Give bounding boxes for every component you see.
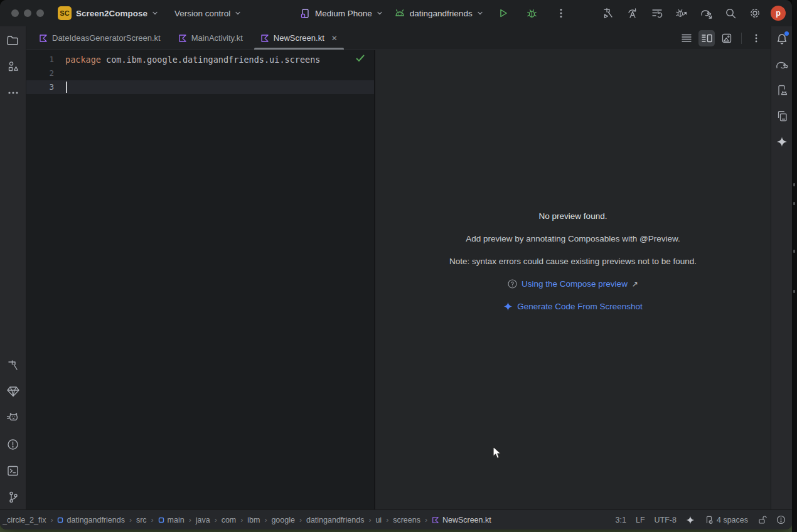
status-problems-icon[interactable] (776, 515, 786, 524)
search-everywhere-icon[interactable] (722, 4, 739, 22)
chevron-down-icon (235, 10, 241, 16)
breadcrumb-item[interactable]: datingandfriends (306, 516, 364, 524)
tab-label: NewScreen.kt (274, 33, 324, 43)
more-actions-button[interactable] (552, 4, 570, 22)
breadcrumb-item[interactable]: screens (393, 516, 420, 524)
chevron-down-icon (377, 10, 383, 16)
module-icon (57, 517, 63, 523)
breadcrumb-item[interactable]: main (158, 516, 185, 524)
breadcrumb-separator: › (129, 516, 132, 524)
tab-mainactivity[interactable]: MainActivity.kt (169, 26, 252, 50)
add-preview-hint: Add preview by annotating Composables wi… (466, 234, 680, 243)
run-button[interactable] (495, 4, 512, 22)
problems-icon[interactable] (6, 437, 21, 452)
editor-options-icon[interactable] (748, 30, 764, 46)
version-control-label: Version control (174, 9, 230, 18)
compose-preview-help-link[interactable]: Using the Compose preview ↗ (508, 279, 638, 289)
left-toolwindow-stripe (0, 26, 26, 509)
project-badge: SC (58, 6, 72, 20)
inspections-ok-icon[interactable] (355, 54, 365, 63)
gradle-sync-icon[interactable] (697, 4, 715, 22)
background-window-speck (793, 202, 795, 205)
git-version-control-icon[interactable] (6, 489, 21, 504)
breadcrumb-item[interactable]: com (222, 516, 237, 524)
device-manager-icon[interactable] (774, 109, 789, 124)
breadcrumb-separator: › (425, 516, 427, 524)
running-devices-icon[interactable] (774, 83, 789, 98)
tab-label: DateIdeasGeneratorScreen.kt (52, 33, 161, 43)
tab-label: MainActivity.kt (191, 33, 243, 43)
gemini-sparkle-icon[interactable] (774, 134, 789, 149)
more-tool-windows-icon[interactable] (6, 85, 21, 100)
run-configuration-selector[interactable]: datingandfriends (394, 9, 483, 18)
editor-tab-bar: DateIdeasGeneratorScreen.kt MainActivity… (26, 26, 771, 50)
debug-button[interactable] (523, 4, 541, 22)
project-widget[interactable]: SC Screen2Compose (58, 6, 158, 20)
terminal-icon[interactable] (6, 463, 21, 478)
kotlin-file-icon (260, 34, 269, 43)
macos-traffic-lights[interactable] (11, 9, 44, 17)
build-hammer-icon[interactable] (6, 358, 21, 373)
breadcrumb-separator: › (240, 516, 243, 524)
tab-dateideasgeneratorscreen[interactable]: DateIdeasGeneratorScreen.kt (30, 26, 169, 50)
gemini-sparkle-icon[interactable] (686, 516, 695, 524)
structure-icon[interactable] (6, 59, 21, 74)
gemini-sparkle-icon (503, 302, 513, 311)
mouse-cursor (493, 446, 503, 460)
close-tab-icon[interactable]: ✕ (331, 34, 338, 43)
chevron-down-icon (152, 10, 158, 16)
divider (741, 33, 742, 44)
line-ending[interactable]: LF (636, 516, 645, 524)
zoom-window-button[interactable] (36, 9, 44, 17)
package-path: com.ibm.google.datingandfriends.ui.scree… (101, 55, 321, 65)
breadcrumb-item[interactable]: datingandfriends (57, 516, 124, 524)
profiler-icon[interactable] (648, 4, 666, 22)
help-link-label: Using the Compose preview (522, 279, 628, 289)
breadcrumb-separator: › (215, 516, 217, 524)
compose-preview-panel: No preview found. Add preview by annotat… (375, 50, 771, 509)
split-view-icon[interactable] (698, 30, 715, 46)
line-number: 2 (26, 66, 65, 80)
project-folder-icon[interactable] (6, 33, 21, 48)
design-view-icon[interactable] (719, 30, 735, 46)
code-editor[interactable]: 1 package com.ibm.google.datingandfriend… (26, 50, 375, 509)
file-unlocked-icon[interactable] (757, 515, 767, 524)
module-icon (158, 517, 164, 523)
desktop-edge-strip (792, 0, 797, 532)
minimize-window-button[interactable] (24, 9, 31, 17)
app-quality-insights-gem-icon[interactable] (6, 384, 21, 399)
file-encoding[interactable]: UTF-8 (655, 516, 677, 524)
help-circle-icon (508, 279, 517, 289)
user-avatar[interactable]: p (771, 6, 786, 21)
breadcrumb-item[interactable]: ibm (247, 516, 260, 524)
logcat-cat-icon[interactable] (6, 410, 21, 425)
code-view-icon[interactable] (678, 30, 695, 46)
status-bar: _circle_2_fix › datingandfriends › src ›… (0, 509, 792, 529)
version-control-widget[interactable]: Version control (174, 9, 241, 18)
close-window-button[interactable] (11, 9, 19, 17)
breadcrumb: _circle_2_fix › datingandfriends › src ›… (3, 516, 608, 524)
caret-position[interactable]: 3:1 (616, 516, 626, 524)
keyword-package: package (65, 55, 101, 65)
code-line-1[interactable]: 1 package com.ibm.google.datingandfriend… (26, 53, 374, 66)
gradle-elephant-icon[interactable] (774, 57, 789, 72)
breadcrumb-item[interactable]: java (196, 516, 210, 524)
device-selector[interactable]: Medium Phone (300, 8, 383, 19)
settings-gear-icon[interactable] (746, 4, 764, 22)
code-line-3[interactable]: 3 (26, 80, 374, 94)
tab-newscreen[interactable]: NewScreen.kt ✕ (252, 26, 346, 50)
breadcrumb-separator: › (368, 516, 371, 524)
breadcrumb-item[interactable]: ui (375, 516, 382, 524)
generate-code-from-screenshot-link[interactable]: Generate Code From Screenshot (503, 302, 643, 311)
breadcrumb-item[interactable]: src (136, 516, 147, 524)
build-run-icon[interactable] (599, 4, 617, 22)
notifications-bell-icon[interactable] (774, 31, 789, 46)
android-icon (394, 9, 405, 18)
breadcrumb-item-file[interactable]: NewScreen.kt (432, 516, 491, 524)
breadcrumb-item[interactable]: _circle_2_fix (3, 516, 46, 524)
breadcrumb-item[interactable]: google (271, 516, 295, 524)
code-line-2[interactable]: 2 (26, 66, 374, 80)
apply-changes-icon[interactable] (624, 4, 641, 22)
indent-setting[interactable]: 4 spaces (704, 515, 748, 524)
attach-debugger-icon[interactable] (673, 4, 690, 22)
